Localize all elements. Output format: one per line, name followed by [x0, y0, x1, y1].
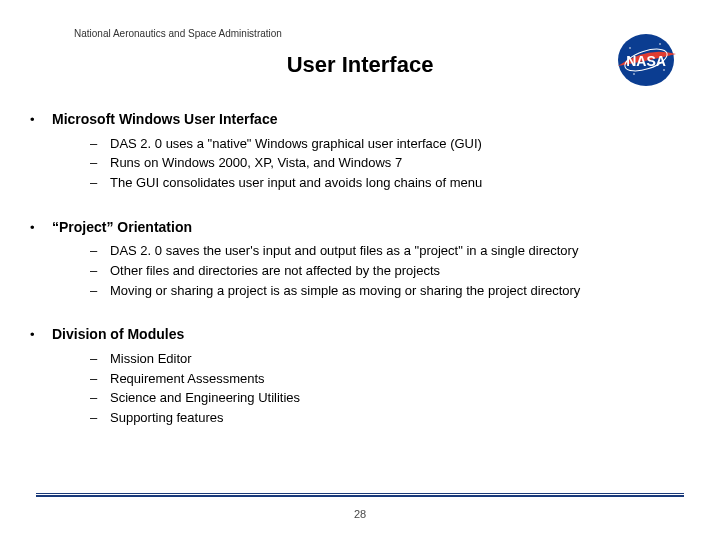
- list-item-text: DAS 2. 0 saves the user's input and outp…: [110, 242, 578, 260]
- list-item: –Supporting features: [90, 409, 690, 427]
- dash-icon: –: [90, 242, 110, 260]
- list-item-text: The GUI consolidates user input and avoi…: [110, 174, 482, 192]
- section-heading: Division of Modules: [52, 325, 184, 344]
- dash-icon: –: [90, 389, 110, 407]
- list-item-text: Other files and directories are not affe…: [110, 262, 440, 280]
- nasa-logo-text: NASA: [626, 53, 666, 69]
- svg-point-5: [633, 73, 635, 75]
- slide: National Aeronautics and Space Administr…: [0, 0, 720, 540]
- dash-icon: –: [90, 350, 110, 368]
- dash-icon: –: [90, 409, 110, 427]
- list-item: –Science and Engineering Utilities: [90, 389, 690, 407]
- bullet-icon: •: [30, 219, 52, 237]
- dash-icon: –: [90, 154, 110, 172]
- section-2: • “Project” Orientation –DAS 2. 0 saves …: [30, 218, 690, 300]
- list-item: –Mission Editor: [90, 350, 690, 368]
- list-item-text: Mission Editor: [110, 350, 192, 368]
- dash-icon: –: [90, 370, 110, 388]
- list-item: –Runs on Windows 2000, XP, Vista, and Wi…: [90, 154, 690, 172]
- dash-icon: –: [90, 135, 110, 153]
- list-item-text: Supporting features: [110, 409, 223, 427]
- list-item: –Requirement Assessments: [90, 370, 690, 388]
- nasa-logo-icon: NASA: [612, 32, 680, 88]
- list-item: –DAS 2. 0 uses a "native" Windows graphi…: [90, 135, 690, 153]
- section-heading: Microsoft Windows User Interface: [52, 110, 277, 129]
- slide-body: • Microsoft Windows User Interface –DAS …: [30, 110, 690, 452]
- list-item: –The GUI consolidates user input and avo…: [90, 174, 690, 192]
- svg-point-4: [663, 69, 665, 71]
- dash-icon: –: [90, 282, 110, 300]
- page-number: 28: [0, 508, 720, 520]
- list-item: –Moving or sharing a project is as simpl…: [90, 282, 690, 300]
- section-heading: “Project” Orientation: [52, 218, 192, 237]
- bullet-icon: •: [30, 111, 52, 129]
- dash-icon: –: [90, 262, 110, 280]
- section-1: • Microsoft Windows User Interface –DAS …: [30, 110, 690, 192]
- svg-point-3: [659, 43, 661, 45]
- list-item-text: Moving or sharing a project is as simple…: [110, 282, 580, 300]
- list-item-text: Runs on Windows 2000, XP, Vista, and Win…: [110, 154, 402, 172]
- list-item-text: DAS 2. 0 uses a "native" Windows graphic…: [110, 135, 482, 153]
- section-3: • Division of Modules –Mission Editor –R…: [30, 325, 690, 426]
- list-item-text: Requirement Assessments: [110, 370, 265, 388]
- svg-point-2: [629, 47, 631, 49]
- list-item-text: Science and Engineering Utilities: [110, 389, 300, 407]
- bullet-icon: •: [30, 326, 52, 344]
- header-organization: National Aeronautics and Space Administr…: [74, 28, 282, 39]
- list-item: –Other files and directories are not aff…: [90, 262, 690, 280]
- list-item: –DAS 2. 0 saves the user's input and out…: [90, 242, 690, 260]
- footer-divider: [36, 493, 684, 496]
- dash-icon: –: [90, 174, 110, 192]
